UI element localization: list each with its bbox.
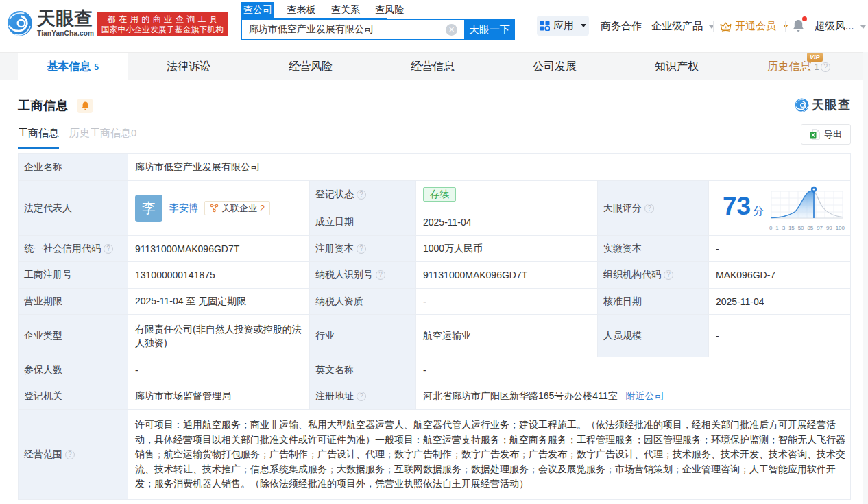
company-nav-tabs: 基本信息5 法律诉讼 经营风险 经营信息 公司发展 知识产权 历史信息1? VI… [18, 53, 860, 80]
staff-size-value: - [709, 315, 851, 357]
score-row: 73分 [709, 182, 850, 235]
reg-capital-label: 注册资本? [310, 236, 416, 262]
help-icon[interactable]: ? [357, 392, 366, 401]
help-icon[interactable]: ? [644, 204, 654, 213]
score-label-text: 天眼评分 [603, 202, 642, 213]
table-row-company-name: 企业名称 廊坊市低空产业发展有限公司 [19, 154, 851, 181]
reg-authority-label: 登记机关 [19, 383, 128, 410]
tab-history-info-label: 历史信息 [767, 60, 811, 72]
help-icon[interactable]: ? [65, 450, 75, 459]
help-icon[interactable]: ? [376, 270, 385, 280]
legal-rep-cell: 李 李安博 关联企业 2 [128, 181, 310, 236]
help-icon[interactable]: ? [104, 244, 113, 254]
tab-company-development[interactable]: 公司发展 [494, 53, 616, 80]
english-name-label: 英文名称 [310, 357, 416, 383]
chevron-down-icon [783, 25, 788, 28]
monitor-bell-button[interactable] [77, 99, 93, 113]
divider [785, 21, 786, 32]
company-type-label: 企业类型 [19, 315, 128, 357]
subtab-business-info[interactable]: 工商信息 [18, 127, 59, 149]
search-block: 查公司 查老板 查关系 查风险 ✕ 天眼一下 [241, 2, 516, 40]
tab-intellectual-property[interactable]: 知识产权 [616, 53, 738, 80]
score-axis-ticks: 0 1 3 15 50 85 97 99 100 [769, 226, 845, 231]
enterprise-products-link[interactable]: 企业级产品 [651, 20, 714, 33]
insured-count-label: 参保人数 [19, 357, 128, 383]
clear-search-icon[interactable]: ✕ [446, 24, 457, 36]
reg-status-label-text: 登记状态 [315, 189, 354, 200]
paid-capital-label: 实缴资本 [598, 236, 709, 262]
section-title: 工商信息 [18, 97, 69, 114]
business-cooperation-link[interactable]: 商务合作 [601, 20, 642, 33]
tab-operation-info[interactable]: 经营信息 [372, 53, 494, 80]
apps-menu[interactable]: 应用 [537, 16, 589, 36]
vip-badge: VIP [807, 53, 823, 62]
tab-basic-info[interactable]: 基本信息5 [18, 53, 128, 80]
tab-basic-info-label: 基本信息 [47, 60, 91, 72]
notifications-button[interactable] [792, 19, 808, 35]
reg-address-text: 河北省廊坊市广阳区新华路165号办公楼411室 [423, 390, 618, 401]
search-input[interactable] [241, 19, 464, 40]
tianyancha-logo-icon [795, 98, 809, 112]
nearby-companies-link[interactable]: 附近公司 [626, 390, 664, 401]
slogan-line2: 国家中小企业发展子基金旗下机构 [101, 25, 224, 34]
tick-label: 3 [782, 226, 785, 231]
table-row-reg-authority: 登记机关 廊坊市市场监督管理局 注册地址? 河北省廊坊市广阳区新华路165号办公… [19, 383, 851, 410]
help-icon[interactable]: ? [664, 270, 673, 280]
search-tab-risk[interactable]: 查风险 [375, 2, 404, 18]
search-tab-relation[interactable]: 查关系 [331, 2, 360, 18]
tab-legal-litigation-label: 法律诉讼 [167, 60, 210, 72]
industry-value: 航空运输业 [416, 315, 598, 357]
paid-capital-value: - [709, 236, 851, 262]
establish-date-value: 2025-11-04 [416, 208, 598, 236]
section-title-row: 工商信息 [18, 97, 93, 114]
english-name-value: - [416, 357, 851, 383]
tab-operation-info-label: 经营信息 [411, 60, 455, 72]
divider [594, 21, 594, 32]
legal-rep-name-link[interactable]: 李安博 [169, 202, 198, 215]
super-risk-link[interactable]: 超级风... [815, 20, 866, 33]
open-vip-link[interactable]: 开通会员 [720, 20, 788, 33]
search-tabs: 查公司 查老板 查关系 查风险 [241, 2, 516, 18]
search-tab-boss[interactable]: 查老板 [287, 2, 315, 18]
org-code-label: 组织机构代码? [598, 262, 709, 289]
slogan-line1: 都在用的商业查询工具 [104, 14, 221, 25]
search-tab-company[interactable]: 查公司 [241, 2, 274, 18]
legal-rep-avatar[interactable]: 李 [135, 195, 162, 222]
score-number: 73 [723, 192, 751, 220]
staff-size-label: 人员规模 [598, 315, 709, 357]
search-button[interactable]: 天眼一下 [464, 19, 515, 40]
subtab-history-business-info[interactable]: 历史工商信息0 [69, 127, 136, 149]
tick-label: 0 [769, 226, 772, 231]
related-companies-icon [210, 204, 219, 213]
tab-operation-risk[interactable]: 经营风险 [250, 53, 372, 80]
scrollbar-track[interactable] [863, 52, 868, 504]
related-companies-badge[interactable]: 关联企业 2 [204, 201, 270, 215]
reg-number-value: 131000000141875 [128, 262, 310, 289]
tick-label: 97 [817, 226, 823, 231]
tab-history-info[interactable]: 历史信息1? VIP [738, 53, 860, 80]
related-companies-label: 关联企业 [221, 202, 257, 215]
bell-icon [81, 101, 90, 110]
brand-domain: TianYanCha.com [37, 29, 94, 37]
logo-text: 天眼查 TianYanCha.com [37, 10, 94, 37]
export-button[interactable]: 导出 [801, 124, 851, 145]
business-info-table: 企业名称 廊坊市低空产业发展有限公司 法定代表人 李 李安博 [18, 153, 851, 500]
apps-label: 应用 [553, 19, 574, 32]
score-label: 天眼评分? [598, 181, 709, 236]
table-row-legal-rep: 法定代表人 李 李安博 关联企业 [19, 181, 851, 208]
org-code-value: MAK096GD-7 [709, 262, 851, 289]
tab-basic-info-count: 5 [94, 62, 99, 72]
taxpayer-id-value: 91131000MAK096GD7T [416, 262, 598, 289]
help-icon[interactable]: ? [357, 190, 366, 200]
help-icon[interactable]: ? [821, 62, 830, 72]
taxpayer-id-label: 纳税人识别号? [310, 262, 416, 289]
open-vip-label: 开通会员 [735, 20, 776, 33]
divider [644, 21, 644, 32]
super-risk-label: 超级风... [815, 20, 854, 32]
enterprise-products-label: 企业级产品 [651, 20, 703, 32]
reg-status-value: 存续 [416, 181, 598, 208]
notification-dot [802, 16, 807, 21]
help-icon[interactable]: ? [357, 244, 366, 254]
tab-legal-litigation[interactable]: 法律诉讼 [128, 53, 250, 80]
brand-logo[interactable]: 天眼查 TianYanCha.com [7, 10, 94, 37]
